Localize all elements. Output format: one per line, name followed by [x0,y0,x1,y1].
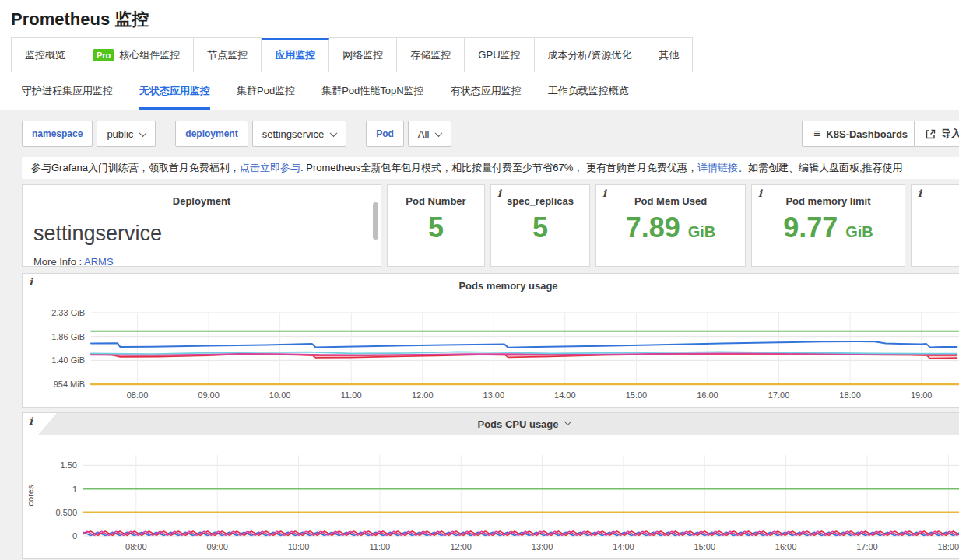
pro-badge: Pro [93,49,114,61]
secondary-tab-0[interactable]: 守护进程集应用监控 [22,72,113,110]
pod-filter: Pod All [366,121,451,147]
import-label: 导入G [941,127,959,141]
deployment-label: deployment [175,121,248,147]
primary-tab-label: 网络监控 [342,48,383,62]
info-icon[interactable]: i [29,277,33,287]
primary-tab-0[interactable]: 监控概览 [11,37,79,72]
svg-text:15:00: 15:00 [626,390,648,400]
stat-value: 5 [491,212,589,244]
primary-tab-label: 存储监控 [410,48,451,62]
primary-tab-3[interactable]: 应用监控 [262,38,329,72]
stat-panel-3: iPod memory limit9.77 GiB [751,184,905,267]
svg-text:11:00: 11:00 [370,542,391,551]
svg-text:cores: cores [26,485,35,506]
secondary-tab-4[interactable]: 有状态应用监控 [451,72,522,110]
memory-chart-panel: i Pods memory usage 954 MiB1.40 GiB1.86 … [22,273,959,408]
namespace-filter: namespace public [22,121,156,147]
chevron-down-icon [139,129,147,137]
svg-text:12:00: 12:00 [412,390,434,400]
stat-value: 7.89 GiB [596,212,745,248]
deployment-select[interactable]: settingservice [252,121,346,147]
stat-panel-partial: i [911,184,959,267]
details-link[interactable]: 详情链接 [697,162,738,173]
svg-text:16:00: 16:00 [697,390,718,400]
dashboard-content: namespace public deployment settingservi… [0,110,959,560]
svg-text:12:00: 12:00 [450,542,472,551]
join-now-link[interactable]: 点击立即参与 [240,162,300,173]
svg-text:10:00: 10:00 [269,390,291,400]
primary-tab-label: 其他 [659,48,679,62]
stat-panel-1: ispec_replicas5 [490,184,590,267]
primary-tab-label: GPU监控 [478,48,520,62]
stat-title: Pod memory limit [752,195,905,207]
svg-text:14:00: 14:00 [613,542,634,551]
svg-text:1.86 GiB: 1.86 GiB [51,332,85,341]
info-icon[interactable]: i [758,188,762,198]
chevron-down-icon [435,129,443,137]
filter-bar: namespace public deployment settingservi… [22,121,959,147]
arms-link[interactable]: ARMS [84,256,114,267]
primary-tab-1[interactable]: Pro核心组件监控 [79,37,194,72]
svg-text:10:00: 10:00 [288,542,310,551]
stat-title: Pod Number [388,195,484,207]
cpu-chart-canvas: 00.50011.5008:0009:0010:0011:0012:0013:0… [23,435,959,560]
primary-tab-label: 核心组件监控 [119,48,180,62]
deployment-value: settingservice [262,128,324,140]
stat-title: Deployment [23,195,381,207]
svg-text:1.50: 1.50 [61,460,77,470]
deployment-filter: deployment settingservice [175,121,346,147]
pod-value: All [418,128,429,140]
info-icon[interactable]: i [29,416,33,426]
svg-text:1.40 GiB: 1.40 GiB [51,355,85,365]
k8s-dashboards-button[interactable]: ≡ K8S-Dashboards [802,121,919,147]
primary-tab-label: 成本分析/资源优化 [548,48,632,62]
panel-corner [38,413,57,435]
primary-tab-2[interactable]: 节点监控 [194,37,262,72]
secondary-tab-1[interactable]: 无状态应用监控 [139,72,210,110]
chevron-down-icon [564,418,571,425]
secondary-tab-2[interactable]: 集群Pod监控 [237,72,295,110]
primary-tab-5[interactable]: 存储监控 [397,37,465,72]
svg-text:08:00: 08:00 [127,390,149,400]
memory-chart-header: Pods memory usage [23,274,959,297]
import-button[interactable]: 导入G [914,121,959,147]
svg-text:13:00: 13:00 [483,390,505,400]
deployment-value: settingservice [23,217,381,250]
namespace-select[interactable]: public [97,121,156,147]
cpu-chart-header[interactable]: Pods CPU usage [23,413,959,435]
svg-text:13:00: 13:00 [532,542,553,551]
namespace-label: namespace [22,121,93,147]
svg-text:954 MiB: 954 MiB [54,380,85,389]
secondary-tab-bar: 守护进程集应用监控无状态应用监控集群Pod监控集群Pod性能TopN监控有状态应… [0,72,959,110]
info-icon[interactable]: i [602,188,606,198]
pod-select[interactable]: All [408,121,451,147]
stat-panel-0: Pod Number5 [387,184,485,267]
svg-text:17:00: 17:00 [856,542,878,551]
more-info-label: More Info : [33,256,82,267]
panel-scrollbar[interactable] [373,202,378,240]
svg-text:14:00: 14:00 [554,390,576,400]
primary-tab-label: 应用监控 [275,48,315,62]
primary-tab-6[interactable]: GPU监控 [465,37,534,72]
info-icon[interactable]: i [497,188,501,198]
svg-text:1: 1 [72,485,77,494]
svg-text:09:00: 09:00 [198,390,220,400]
more-info: More Info : ARMS [33,256,114,267]
external-link-icon [926,129,936,139]
primary-tab-7[interactable]: 成本分析/资源优化 [535,37,646,72]
stat-title: spec_replicas [491,195,589,207]
primary-tab-4[interactable]: 网络监控 [329,37,397,72]
stat-panel-deployment: Deployment settingservice More Info : AR… [22,184,381,267]
page-title: Prometheus 监控 [11,8,959,31]
primary-tab-bar: 监控概览Pro核心组件监控节点监控应用监控网络监控存储监控GPU监控成本分析/资… [0,37,959,72]
stat-unit: GiB [845,223,873,240]
memory-chart-canvas: 954 MiB1.40 GiB1.86 GiB2.33 GiB08:0009:0… [23,297,959,410]
stat-panels-row: Deployment settingservice More Info : AR… [22,184,959,267]
primary-tab-8[interactable]: 其他 [645,37,693,72]
namespace-value: public [107,128,133,140]
svg-text:2.33 GiB: 2.33 GiB [51,308,85,317]
stat-title: Pod Mem Used [596,195,745,207]
secondary-tab-5[interactable]: 工作负载监控概览 [548,72,629,110]
info-icon[interactable]: i [918,188,922,198]
secondary-tab-3[interactable]: 集群Pod性能TopN监控 [321,72,423,110]
